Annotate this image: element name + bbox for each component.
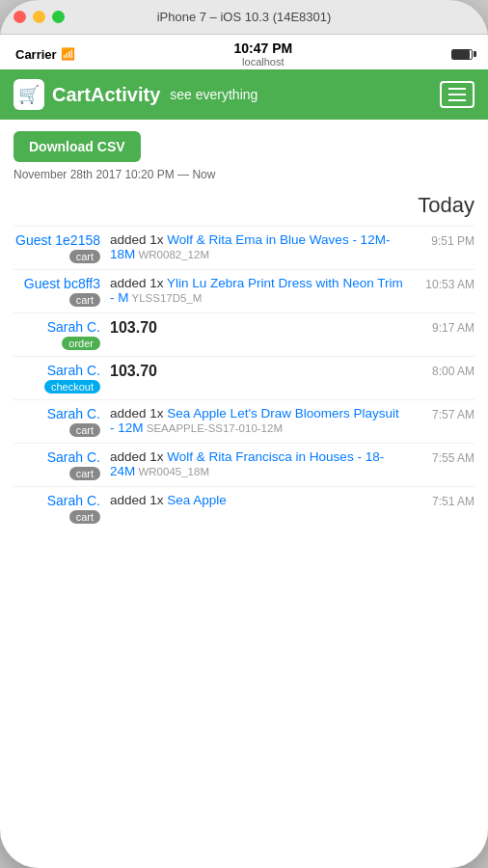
download-csv-button[interactable]: Download CSV bbox=[14, 131, 141, 162]
activity-user-section: Sarah C.cart bbox=[14, 449, 100, 480]
activity-text: added 1x bbox=[110, 232, 167, 247]
user-link[interactable]: Guest bc8ff3 bbox=[24, 276, 100, 291]
app-logo: 🛒 bbox=[14, 79, 44, 110]
activity-amount: 103.70 bbox=[110, 319, 403, 337]
hamburger-button[interactable] bbox=[440, 81, 474, 108]
activity-user-section: Sarah C.cart bbox=[14, 493, 100, 524]
battery-fill bbox=[452, 50, 470, 59]
activity-description: 103.70 bbox=[110, 319, 403, 337]
user-link[interactable]: Sarah C. bbox=[47, 406, 100, 421]
wifi-icon: 📶 bbox=[61, 47, 75, 61]
status-center: 10:47 PM localhost bbox=[233, 41, 292, 68]
activity-text: added 1x bbox=[110, 406, 167, 420]
activity-description: added 1x Wolf & Rita Ema in Blue Waves -… bbox=[110, 232, 403, 261]
status-right bbox=[451, 49, 473, 60]
app-subtitle: see everything bbox=[170, 87, 258, 102]
activity-badge: cart bbox=[69, 510, 100, 524]
activity-description: added 1x Ylin Lu Zebra Print Dress with … bbox=[110, 276, 403, 305]
activity-badge: cart bbox=[69, 250, 100, 263]
activity-user-section: Sarah C.checkout bbox=[14, 363, 100, 393]
app-header: 🛒 CartActivity see everything bbox=[0, 69, 488, 120]
activity-text: added 1x bbox=[110, 493, 167, 507]
activity-time: 9:17 AM bbox=[409, 319, 474, 335]
activity-sku: YLSS17D5_M bbox=[129, 292, 203, 304]
activity-description: added 1x Sea Apple bbox=[110, 493, 403, 507]
activity-sku: WR0045_18M bbox=[135, 466, 209, 477]
activity-user-section: Guest bc8ff3cart bbox=[14, 276, 100, 307]
activity-sku: SEAAPPLE-SS17-010-12M bbox=[144, 422, 283, 434]
status-time: 10:47 PM bbox=[233, 41, 292, 56]
hamburger-line-2 bbox=[448, 94, 466, 95]
activity-item: Sarah C.cartadded 1x Sea Apple Let's Dra… bbox=[14, 399, 474, 443]
activity-time: 7:51 AM bbox=[409, 493, 474, 508]
status-left: Carrier 📶 bbox=[15, 47, 75, 62]
product-link[interactable]: Sea Apple bbox=[167, 493, 227, 507]
window-titlebar: iPhone 7 – iOS 10.3 (14E8301) bbox=[0, 0, 488, 35]
activity-description: added 1x Sea Apple Let's Draw Bloomers P… bbox=[110, 406, 403, 435]
section-today: Today bbox=[14, 193, 474, 218]
activity-time: 9:51 PM bbox=[409, 232, 474, 248]
maximize-button[interactable] bbox=[52, 11, 65, 23]
user-link[interactable]: Guest 1e2158 bbox=[15, 232, 100, 248]
user-link[interactable]: Sarah C. bbox=[47, 363, 100, 378]
phone-frame: iPhone 7 – iOS 10.3 (14E8301) Carrier 📶 … bbox=[0, 0, 488, 868]
activity-badge: cart bbox=[69, 293, 100, 307]
iphone-screen: Carrier 📶 10:47 PM localhost 🛒 CartActiv… bbox=[0, 35, 488, 868]
activity-badge: cart bbox=[69, 467, 100, 480]
battery-icon bbox=[451, 49, 473, 60]
app-title: CartActivity bbox=[52, 84, 160, 106]
hamburger-line-3 bbox=[448, 99, 466, 101]
activity-user-section: Guest 1e2158cart bbox=[14, 232, 100, 263]
carrier-label: Carrier bbox=[15, 47, 57, 62]
app-content[interactable]: Download CSV November 28th 2017 10:20 PM… bbox=[0, 120, 488, 868]
date-range: November 28th 2017 10:20 PM — Now bbox=[14, 168, 474, 181]
activity-badge: cart bbox=[69, 423, 100, 437]
activity-sku: WR0082_12M bbox=[135, 249, 209, 260]
activity-text: added 1x bbox=[110, 276, 167, 290]
activity-description: added 1x Wolf & Rita Francisca in Houses… bbox=[110, 449, 403, 478]
activity-time: 7:55 AM bbox=[409, 449, 474, 465]
activity-user-section: Sarah C.cart bbox=[14, 406, 100, 437]
activity-item: Sarah C.checkout103.708:00 AM bbox=[14, 356, 474, 399]
activity-item: Guest 1e2158cartadded 1x Wolf & Rita Ema… bbox=[14, 226, 474, 269]
window-controls bbox=[14, 11, 65, 23]
activity-item: Guest bc8ff3cartadded 1x Ylin Lu Zebra P… bbox=[14, 269, 474, 312]
activity-user-section: Sarah C.order bbox=[14, 319, 100, 350]
activity-description: 103.70 bbox=[110, 363, 403, 380]
user-link[interactable]: Sarah C. bbox=[47, 493, 100, 508]
activity-text: added 1x bbox=[110, 449, 167, 464]
user-link[interactable]: Sarah C. bbox=[47, 449, 100, 465]
activity-item: Sarah C.order103.709:17 AM bbox=[14, 312, 474, 356]
app-header-left: 🛒 CartActivity see everything bbox=[14, 79, 258, 110]
activity-badge: checkout bbox=[44, 380, 100, 393]
activity-item: Sarah C.cartadded 1x Sea Apple7:51 AM bbox=[14, 486, 474, 529]
minimize-button[interactable] bbox=[33, 11, 45, 23]
activity-item: Sarah C.cartadded 1x Wolf & Rita Francis… bbox=[14, 443, 474, 486]
window-title: iPhone 7 – iOS 10.3 (14E8301) bbox=[157, 10, 332, 24]
logo-icon: 🛒 bbox=[18, 84, 40, 105]
activity-amount: 103.70 bbox=[110, 363, 403, 380]
user-link[interactable]: Sarah C. bbox=[47, 319, 100, 335]
hamburger-line-1 bbox=[448, 88, 466, 90]
activity-time: 7:57 AM bbox=[409, 406, 474, 421]
activity-time: 10:53 AM bbox=[409, 276, 474, 291]
activity-time: 8:00 AM bbox=[409, 363, 474, 378]
close-button[interactable] bbox=[14, 11, 26, 23]
status-url: localhost bbox=[233, 56, 292, 68]
activity-badge: order bbox=[62, 337, 100, 350]
status-bar: Carrier 📶 10:47 PM localhost bbox=[0, 35, 488, 69]
activity-list: Guest 1e2158cartadded 1x Wolf & Rita Ema… bbox=[14, 226, 474, 529]
